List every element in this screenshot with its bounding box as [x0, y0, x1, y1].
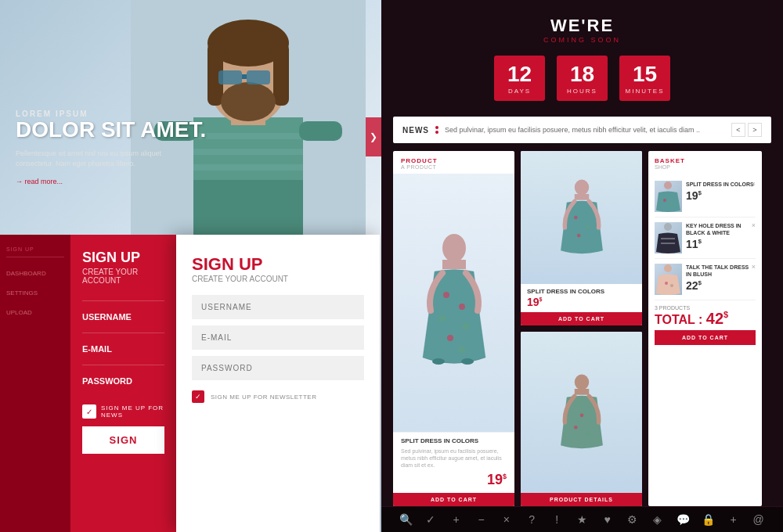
toolbar-minus-icon[interactable]: − — [474, 513, 489, 526]
signup-title-left: SIGN UP — [82, 250, 164, 264]
modal-username-input[interactable] — [192, 295, 364, 319]
toolbar-heart-icon[interactable]: ♥ — [600, 513, 615, 526]
news-text: Sed pulvinar, ipsum eu facilisis posuere… — [445, 126, 725, 134]
svg-point-17 — [442, 234, 466, 262]
modal-password-input[interactable] — [192, 356, 364, 380]
news-prev-button[interactable]: < — [731, 123, 745, 137]
product-top-name: SPLIT DRESS IN COLORS — [527, 288, 636, 296]
svg-point-29 — [574, 215, 578, 219]
basket-total: TOTAL : 42$ — [655, 311, 756, 326]
basket-item-remove-1[interactable]: × — [752, 180, 756, 188]
add-to-cart-top[interactable]: ADD TO CART — [521, 312, 642, 325]
product-col-middle: SPLIT DRESS IN COLORS 19$ ADD TO CART — [521, 151, 642, 506]
toolbar-check-icon[interactable]: ✓ — [423, 513, 438, 526]
svg-rect-5 — [193, 164, 303, 171]
modal-newsletter-text: SIGN ME UP FOR NEWSLETTER — [211, 394, 316, 401]
basket-item-img-3 — [655, 264, 682, 295]
svg-rect-4 — [193, 149, 303, 155]
basket-item-remove-2[interactable]: × — [752, 221, 756, 229]
svg-point-23 — [447, 335, 453, 341]
svg-point-34 — [579, 414, 583, 418]
toolbar-star-icon[interactable]: ★ — [574, 513, 590, 526]
modal-email-input[interactable] — [192, 325, 364, 350]
hours-value: 18 — [561, 63, 604, 85]
news-label: NEWS — [402, 126, 429, 135]
svg-point-32 — [574, 375, 588, 390]
signup-sidebar: SIGN UP DASHBOARD SETTINGS UPLOAD — [0, 235, 70, 532]
basket-panel: BASKET SHOP SPLIT DRESS IN COLORS 19$ — [648, 151, 762, 506]
hero-text-section: LOREM IPSUM DOLOR SIT AMET. Pellentesque… — [16, 110, 206, 185]
modal-newsletter-checkbox[interactable]: ✓ — [192, 390, 204, 403]
news-dot-2 — [435, 131, 438, 134]
toolbar-search-icon[interactable]: 🔍 — [398, 513, 413, 526]
svg-rect-28 — [574, 194, 588, 200]
news-next-button[interactable]: > — [748, 123, 762, 137]
product-card-top: SPLIT DRESS IN COLORS 19$ ADD TO CART — [521, 151, 642, 325]
product-main-price: 19$ — [487, 472, 507, 488]
product-card-bottom: PRODUCT DETAILS — [521, 332, 642, 506]
basket-item-info-3: TALK THE TALK DRESS IN BLUSH 22$ — [686, 264, 756, 292]
modal-newsletter-row: ✓ SIGN ME UP FOR NEWSLETTER — [192, 390, 364, 403]
countdown-minutes: 15 MINUTES — [619, 56, 670, 101]
were-coming-title: WE'RE — [397, 16, 767, 36]
field-label-email: E-MAIL — [82, 332, 164, 365]
product-bottom-image — [521, 332, 642, 493]
hero-desc: Pellentesque sit amet nisl nisi eu ipsum… — [16, 149, 172, 170]
svg-point-21 — [439, 315, 446, 322]
toolbar-at-icon[interactable]: @ — [751, 513, 767, 526]
add-to-cart-main[interactable]: ADD TO CART — [393, 493, 514, 506]
toolbar-add-icon[interactable]: + — [726, 513, 742, 526]
svg-point-22 — [463, 323, 469, 329]
sidebar-section-label: SIGN UP — [6, 246, 64, 257]
coming-soon-section: WE'RE COMING SOON 12 DAYS 18 HOURS 15 MI… — [381, 0, 783, 117]
signup-button-left[interactable]: SIGN — [82, 426, 164, 454]
svg-rect-14 — [242, 74, 247, 79]
newsletter-text-left: SIGN ME UP FOR NEWS — [101, 404, 164, 419]
right-panel: WE'RE COMING SOON 12 DAYS 18 HOURS 15 MI… — [381, 0, 783, 532]
countdown-hours: 18 HOURS — [557, 56, 608, 101]
hero-title: DOLOR SIT AMET. — [16, 118, 206, 142]
svg-point-36 — [586, 432, 590, 436]
basket-add-button[interactable]: ADD TO CART — [655, 330, 756, 345]
svg-rect-41 — [661, 238, 675, 239]
sidebar-item-upload[interactable]: UPLOAD — [6, 306, 64, 319]
product-card-main: PRODUCT A PRODUCT — [393, 151, 514, 506]
product-top-image — [521, 151, 642, 284]
signup-sub-left: CREATE YOUR ACCOUNT — [82, 268, 164, 285]
countdown-timer: 12 DAYS 18 HOURS 15 MINUTES — [397, 56, 767, 101]
read-more-link[interactable]: → read more... — [16, 178, 206, 185]
svg-rect-3 — [193, 133, 303, 139]
svg-rect-13 — [247, 70, 270, 84]
product-section: PRODUCT A PRODUCT — [381, 143, 783, 506]
news-dots-icon — [435, 126, 438, 134]
svg-point-44 — [665, 282, 668, 285]
toolbar-location-icon[interactable]: ◈ — [650, 513, 666, 526]
sidebar-item-settings[interactable]: SETTINGS — [6, 286, 64, 300]
days-value: 12 — [498, 63, 541, 85]
basket-item-price-3: 22$ — [686, 279, 756, 292]
product-sub-tag: A PRODUCT — [401, 164, 507, 170]
days-label: DAYS — [498, 88, 541, 95]
product-details-btn[interactable]: PRODUCT DETAILS — [521, 493, 642, 506]
toolbar-lock-icon[interactable]: 🔒 — [700, 513, 716, 526]
modal-sub: CREATE YOUR ACCOUNT — [192, 275, 364, 283]
toolbar-help-icon[interactable]: ? — [524, 513, 539, 526]
toolbar-exclaim-icon[interactable]: ! — [549, 513, 565, 526]
sidebar-item-dashboard[interactable]: DASHBOARD — [6, 267, 64, 280]
toolbar-plus-icon[interactable]: + — [448, 513, 464, 526]
svg-point-20 — [459, 304, 465, 310]
basket-item-remove-3[interactable]: × — [752, 263, 756, 271]
minutes-value: 15 — [623, 63, 666, 85]
newsletter-checkbox-left[interactable]: ✓ — [82, 404, 96, 419]
svg-point-37 — [664, 182, 672, 189]
basket-item-img-2 — [655, 222, 682, 253]
slider-arrow-right[interactable]: ❯ — [366, 117, 381, 156]
toolbar-gear-icon[interactable]: ⚙ — [625, 513, 640, 526]
toolbar-chat-icon[interactable]: 💬 — [675, 513, 691, 526]
coming-soon-sub: COMING SOON — [397, 36, 767, 44]
news-bar: NEWS Sed pulvinar, ipsum eu facilisis po… — [393, 117, 771, 143]
product-main-desc: Sed pulvinar, ipsum eu facilisis posuere… — [401, 448, 507, 469]
toolbar-close-icon[interactable]: × — [499, 513, 514, 526]
basket-sub: SHOP — [655, 164, 756, 170]
svg-rect-18 — [442, 260, 466, 269]
